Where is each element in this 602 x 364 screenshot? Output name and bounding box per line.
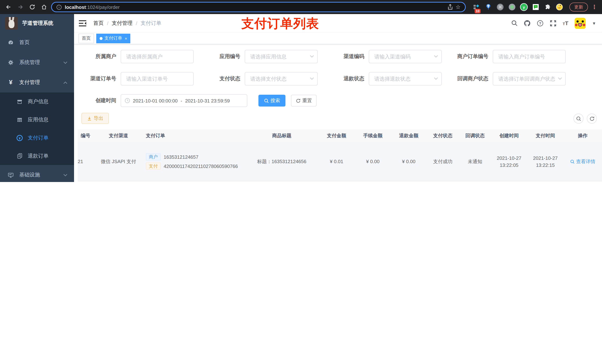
github-icon[interactable] [524, 20, 531, 26]
date-end-value: 2021-10-31 23:59:59 [185, 98, 230, 104]
merchant-input[interactable] [121, 50, 194, 63]
breadcrumb-pay[interactable]: 支付管理 [112, 20, 133, 26]
filter-row-1: 所属商户 应用编号 渠道编码 商户订单编号 [74, 50, 572, 63]
pay-tag: 支付 [146, 162, 161, 170]
channel-order-no-label: 渠道订单号 [76, 75, 121, 82]
search-button[interactable]: 搜索 [258, 95, 285, 106]
svg-text:⌘: ⌘ [498, 5, 502, 10]
close-icon[interactable]: × [125, 36, 127, 41]
svg-text:y: y [523, 5, 525, 9]
font-size-icon[interactable]: TT [563, 20, 569, 26]
pay-status: 支付成功 [427, 158, 459, 165]
sidebar-item-refund-order[interactable]: 退款订单 [0, 147, 74, 165]
monitor-icon [7, 172, 14, 178]
main-content: 首页 / 支付管理 / 支付订单 支付订单列表 ? TT ▼ [74, 14, 602, 182]
extension-icon-5[interactable]: y [520, 3, 528, 11]
channel-code-label: 渠道编码 [324, 53, 369, 60]
create-time-label: 创建时间 [76, 97, 121, 104]
reload-button[interactable] [27, 2, 37, 12]
magnifier-icon [570, 159, 575, 164]
extension-icon-1[interactable]: 10 [473, 3, 481, 11]
puzzle-extensions-icon[interactable] [544, 3, 552, 11]
url-path: :1024/pay/order [86, 4, 119, 10]
refund-doc-icon [16, 153, 23, 159]
forward-button[interactable] [16, 2, 25, 12]
browser-update-button[interactable]: 更新 [570, 3, 588, 11]
sidebar-item-home[interactable]: 首页 [0, 32, 74, 52]
breadcrumb-current: 支付订单 [141, 20, 161, 26]
filter-row-2: 渠道订单号 支付状态 退款状态 回调商户状态 [74, 72, 572, 85]
extension-badge: 10 [475, 9, 481, 13]
sidebar-item-system[interactable]: 系统管理 [0, 52, 74, 73]
hamburger-icon[interactable] [78, 20, 87, 26]
extensions-row: 10 ⌘ y [473, 3, 563, 11]
export-button[interactable]: 导出 [81, 113, 109, 124]
pay-status-select[interactable] [245, 72, 318, 85]
merchant-label: 所属商户 [76, 53, 121, 60]
extension-icon-2[interactable] [484, 3, 492, 11]
extension-icon-4[interactable] [508, 3, 516, 11]
user-avatar[interactable] [575, 18, 586, 29]
create-time-range-picker[interactable]: 2021-10-01 00:00:00 - 2021-10-31 23:59:5… [121, 94, 247, 107]
extension-icon-3[interactable]: ⌘ [496, 3, 504, 11]
svg-text:¥: ¥ [19, 136, 21, 140]
notify-status-label: 回调商户状态 [448, 75, 493, 82]
date-start-value: 2021-10-01 00:00:00 [133, 98, 178, 104]
sidebar: 芋道管理系统 首页 系统管理 ¥ 支付管理 商户信息 [0, 14, 74, 182]
fullscreen-icon[interactable] [550, 20, 557, 26]
breadcrumb: 首页 / 支付管理 / 支付订单 [93, 20, 161, 26]
app-logo[interactable]: 芋道管理系统 [0, 14, 74, 32]
pay-status-label: 支付状态 [200, 75, 245, 82]
search-icon[interactable] [511, 20, 517, 26]
reset-button[interactable]: 重置 [291, 95, 317, 106]
app-title: 芋道管理系统 [22, 20, 53, 27]
site-info-icon[interactable] [56, 4, 62, 10]
refresh-table-button[interactable] [587, 114, 597, 124]
browser-menu-icon[interactable]: ⋮ [592, 4, 597, 10]
browser-window: localhost:1024/pay/order ☆ 10 ⌘ y 更新 ⋮ [0, 0, 602, 182]
clock-icon [125, 98, 130, 103]
refresh-icon [296, 98, 301, 103]
merchant-tag: 商户 [146, 153, 161, 161]
svg-text:?: ? [539, 21, 541, 25]
shop-icon [16, 99, 23, 104]
home-button[interactable] [39, 2, 49, 12]
address-bar[interactable]: localhost:1024/pay/order ☆ [51, 2, 466, 12]
app-id-label: 应用编号 [200, 53, 245, 60]
avatar-caret-icon[interactable]: ▼ [592, 21, 596, 25]
sidebar-item-pay-order[interactable]: ¥ 支付订单 [0, 129, 74, 147]
app-id-select[interactable] [245, 50, 318, 63]
bookmark-star-icon[interactable]: ☆ [456, 4, 461, 10]
share-icon[interactable] [447, 4, 453, 10]
tag-home[interactable]: 首页 [78, 33, 94, 43]
channel-code-select[interactable] [369, 50, 442, 63]
back-button[interactable] [4, 2, 13, 12]
breadcrumb-home[interactable]: 首页 [93, 20, 104, 26]
view-detail-link[interactable]: 查看详情 [570, 158, 595, 165]
yen-icon: ¥ [7, 79, 14, 86]
profile-emoji-icon[interactable] [555, 3, 563, 11]
notify-status: 未通知 [459, 158, 491, 165]
sidebar-item-app-info[interactable]: 应用信息 [0, 111, 74, 129]
notify-status-select[interactable] [493, 72, 566, 85]
sidebar-item-infra[interactable]: 基础设施 [0, 165, 74, 182]
search-icon [264, 98, 269, 103]
sidebar-item-merchant-info[interactable]: 商户信息 [0, 93, 74, 111]
date-separator: - [181, 98, 182, 104]
toggle-search-button[interactable] [573, 114, 583, 124]
table-row[interactable]: 21 微信 JSAPI 支付 商户1635312124657 支付4200001… [78, 142, 602, 181]
refund-status-label: 退款状态 [324, 75, 369, 82]
pay-submenu: 商户信息 应用信息 ¥ 支付订单 退款订单 [0, 93, 74, 165]
tag-pay-order[interactable]: 支付订单 × [96, 33, 130, 43]
navbar: 首页 / 支付管理 / 支付订单 支付订单列表 ? TT ▼ [74, 14, 602, 32]
pay-order-icon: ¥ [16, 135, 23, 141]
channel-order-no-input[interactable] [121, 72, 194, 85]
refund-status-select[interactable] [369, 72, 442, 85]
help-icon[interactable]: ? [537, 20, 544, 26]
extension-icon-6[interactable] [532, 3, 540, 11]
merchant-order-no-input[interactable] [493, 50, 566, 63]
table-row[interactable]: 20 微信 JSAPI 支付 商户1635311949168 支付4200001… [78, 181, 602, 182]
sidebar-item-pay[interactable]: ¥ 支付管理 [0, 73, 74, 93]
table-header: 编号 支付渠道 支付订单 商品标题 支付金额 手续金额 退款金额 支付状态 回调… [78, 129, 602, 142]
page-title-annotation: 支付订单列表 [241, 15, 319, 32]
